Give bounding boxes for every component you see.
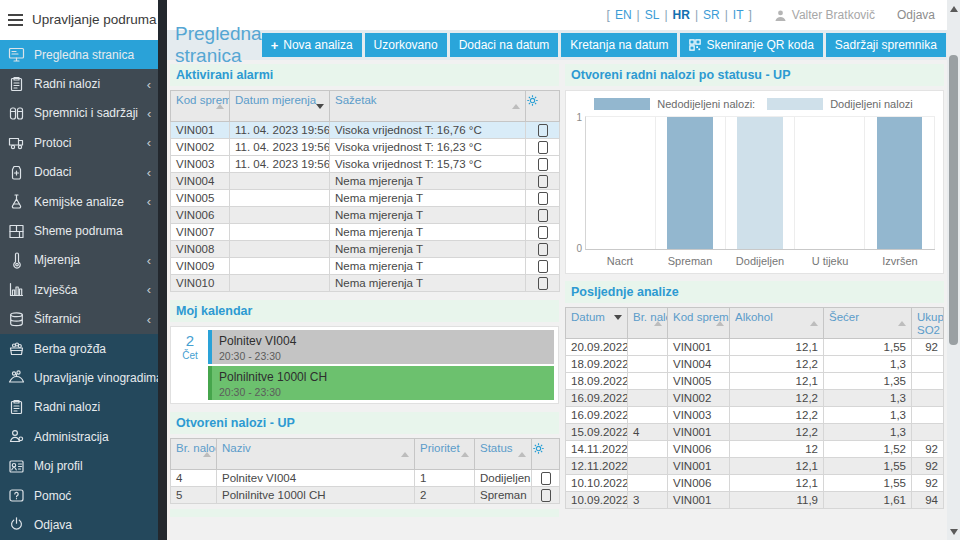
open-item-button[interactable] [532,470,560,487]
calendar-date[interactable]: 2 Čet [175,330,205,400]
table-row[interactable]: VIN009Nema mjerenja T [171,258,560,275]
open-item-button[interactable] [526,207,560,224]
logout-link[interactable]: Odjava [897,8,935,22]
sidebar-item-spremnici-i-sadr-aji[interactable]: Spremnici i sadržaji‹ [0,99,158,128]
open-item-button[interactable] [526,241,560,258]
open-item-button[interactable] [526,122,560,139]
lang-sl[interactable]: SL [645,8,660,22]
table-row[interactable]: 10.09.20223VIN00111,91,6194 [566,492,944,509]
chevron-left-icon: ‹ [147,166,151,179]
scan-qr-button[interactable]: Skeniranje QR koda [680,33,822,57]
analyses-col-so2[interactable]: Ukup SO2 [912,308,944,339]
sidebar-item-dodaci[interactable]: Dodaci‹ [0,158,158,187]
orders-col-status[interactable]: Status [475,439,532,470]
analyses-col-alcohol[interactable]: Alkohol [730,308,824,339]
open-item-button[interactable] [526,156,560,173]
analyses-col-date[interactable]: Datum [566,308,628,339]
table-row[interactable]: 10.10.2022VIN00612,11,5592 [566,475,944,492]
table-row[interactable]: VIN00111. 04. 2023 19:56Visoka vrijednos… [171,122,560,139]
container-contents-button[interactable]: Sadržaji spremnika [826,33,946,57]
table-row[interactable]: 16.09.2022VIN00212,21,3 [566,390,944,407]
sidebar-item-pregledna-stranica[interactable]: Pregledna stranica [0,40,158,69]
alarms-settings-button[interactable] [526,91,560,122]
open-item-button[interactable] [526,258,560,275]
orders-col-number[interactable]: Br. naloga [171,439,217,470]
sidebar-item-sheme-podruma[interactable]: Sheme podruma [0,216,158,245]
lang-sr[interactable]: SR [703,8,720,22]
mobile-icon [538,141,548,154]
scrollbar-thumb[interactable] [949,55,958,345]
open-item-button[interactable] [526,224,560,241]
sidebar-item-odjava[interactable]: Odjava [0,510,158,539]
movements-on-date-button[interactable]: Kretanja na datum [561,33,677,57]
additives-on-date-button[interactable]: Dodaci na datum [450,33,559,57]
analysis-so2-cell: 92 [912,441,944,458]
open-item-button[interactable] [526,275,560,292]
table-row[interactable]: VIN00211. 04. 2023 19:56Visoka vrijednos… [171,139,560,156]
sidebar-item-moj-profil[interactable]: Moj profil [0,451,158,480]
sort-asc-icon [216,104,224,109]
sidebar-item-administracija[interactable]: Administracija [0,422,158,451]
analyses-table: Datum Br. naloga Kod spremnika Alkohol Š… [565,307,944,509]
table-row[interactable]: 5Polnilnitve 1000l CH2Spreman [171,487,560,504]
hamburger-menu-icon[interactable] [8,14,23,26]
table-row[interactable]: 20.09.2022VIN00112,11,5592 [566,339,944,356]
open-item-button[interactable] [532,487,560,504]
table-row[interactable]: VIN00311. 04. 2023 19:56Visoka vrijednos… [171,156,560,173]
sampled-button[interactable]: Uzorkovano [365,33,447,57]
alarm-code-cell: VIN010 [171,275,230,292]
table-row[interactable]: 12.11.2022VIN00112,11,5592 [566,458,944,475]
sidebar-item-izvje-a[interactable]: Izvješća‹ [0,275,158,304]
sidebar-item-upravljanje-vinogradima[interactable]: Upravljanje vinogradima [0,363,158,392]
sidebar-item-pomo-[interactable]: Pomoć [0,481,158,510]
calendar-event[interactable]: Polnilnitve 1000l CH 20:30 - 23:30 [208,366,554,400]
analysis-order-cell [628,458,668,475]
table-row[interactable]: 18.09.2022VIN00512,11,35 [566,373,944,390]
alarms-col-date[interactable]: Datum mjerenja [230,91,330,122]
lang-en[interactable]: EN [615,8,632,22]
analysis-date-cell: 10.10.2022 [566,475,628,492]
orders-col-name[interactable]: Naziv [217,439,415,470]
open-item-button[interactable] [526,190,560,207]
sidebar-item-radni-nalozi[interactable]: Radni nalozi‹ [0,69,158,98]
sidebar-item--ifrarnici[interactable]: Šifrarnici‹ [0,305,158,334]
analysis-alcohol-cell: 12,2 [730,424,824,441]
open-item-button[interactable] [526,173,560,190]
sidebar-item-label: Radni nalozi [34,400,100,414]
sidebar-item-mjerenja[interactable]: Mjerenja‹ [0,246,158,275]
lang-it[interactable]: IT [733,8,744,22]
analyses-col-sugar[interactable]: Šećer [824,308,912,339]
table-row[interactable]: 15.09.20224VIN00112,21,3 [566,424,944,441]
table-row[interactable]: 18.09.2022VIN00412,21,3 [566,356,944,373]
calendar-event[interactable]: Polnitev VI004 20:30 - 23:30 [208,330,554,364]
new-analysis-button[interactable]: + Nova analiza [262,33,362,57]
table-row[interactable]: VIN007Nema mjerenja T [171,224,560,241]
scroll-up-arrow-icon[interactable] [950,6,958,12]
table-row[interactable]: 16.09.2022VIN00312,21,3 [566,407,944,424]
chevron-left-icon: ‹ [147,283,151,296]
sidebar-item-protoci[interactable]: Protoci‹ [0,128,158,157]
sidebar-item-berba-gro-a[interactable]: Berba grožđa [0,334,158,363]
table-row[interactable]: VIN006Nema mjerenja T [171,207,560,224]
table-row[interactable]: VIN005Nema mjerenja T [171,190,560,207]
table-row[interactable]: VIN008Nema mjerenja T [171,241,560,258]
table-row[interactable]: 4Polnitev VI0041Dodijeljen [171,470,560,487]
page-scrollbar[interactable] [947,0,960,540]
orders-col-priority[interactable]: Prioritet [415,439,475,470]
analyses-col-code[interactable]: Kod spremnika [668,308,730,339]
open-item-button[interactable] [526,139,560,156]
table-row[interactable]: VIN004Nema mjerenja T [171,173,560,190]
analyses-col-order[interactable]: Br. naloga [628,308,668,339]
table-row[interactable]: 14.11.2022VIN006121,5292 [566,441,944,458]
sidebar-item-radni-nalozi[interactable]: Radni nalozi [0,393,158,422]
orders-settings-button[interactable] [532,439,560,470]
mobile-icon [538,124,548,137]
alarms-col-summary[interactable]: Sažetak [330,91,526,122]
alarms-col-code[interactable]: Kod spremnika [171,91,230,122]
lang-hr[interactable]: HR [673,8,690,22]
scroll-down-arrow-icon[interactable] [950,529,958,535]
event-time: 20:30 - 23:30 [219,384,547,398]
sidebar-item-kemijske-analize[interactable]: Kemijske analize‹ [0,187,158,216]
titlebar: Pregledna stranica + Nova analiza Uzorko… [167,30,947,60]
table-row[interactable]: VIN010Nema mjerenja T [171,275,560,292]
